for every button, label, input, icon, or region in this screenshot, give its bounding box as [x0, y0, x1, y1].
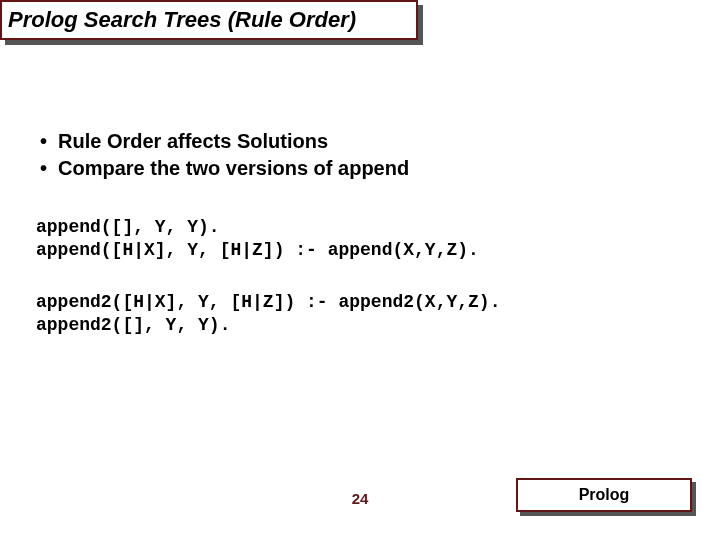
- footer: 24 Prolog: [0, 478, 720, 518]
- title-box: Prolog Search Trees (Rule Order): [0, 0, 418, 40]
- bullet-item: Rule Order affects Solutions: [36, 128, 684, 155]
- bullet-list: Rule Order affects Solutions Compare the…: [36, 128, 684, 182]
- code-line: append2([H|X], Y, [H|Z]) :- append2(X,Y,…: [36, 292, 500, 312]
- code-line: append([], Y, Y).: [36, 217, 220, 237]
- code-line: append([H|X], Y, [H|Z]) :- append(X,Y,Z)…: [36, 240, 479, 260]
- slide-title: Prolog Search Trees (Rule Order): [8, 7, 356, 33]
- footer-label-container: Prolog: [516, 478, 692, 512]
- bullet-item: Compare the two versions of append: [36, 155, 684, 182]
- footer-box: Prolog: [516, 478, 692, 512]
- title-container: Prolog Search Trees (Rule Order): [0, 0, 418, 40]
- slide: Prolog Search Trees (Rule Order) Rule Or…: [0, 0, 720, 540]
- code-block-append: append([], Y, Y). append([H|X], Y, [H|Z]…: [36, 216, 684, 263]
- footer-label: Prolog: [579, 486, 630, 504]
- code-block-append2: append2([H|X], Y, [H|Z]) :- append2(X,Y,…: [36, 291, 684, 338]
- content-area: Rule Order affects Solutions Compare the…: [36, 128, 684, 338]
- code-line: append2([], Y, Y).: [36, 315, 230, 335]
